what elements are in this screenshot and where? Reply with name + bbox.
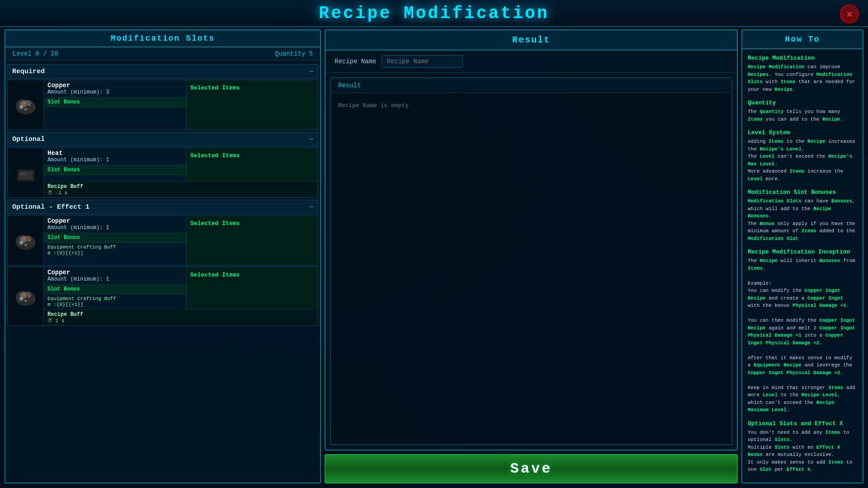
- slot-copper-effect1a-icon: [8, 216, 44, 265]
- optional-effect1-label: Optional - Effect 1: [12, 203, 90, 211]
- main-layout: Modification Slots Level 0 / 28 Quantity…: [5, 29, 863, 483]
- optional-collapse[interactable]: —: [309, 135, 313, 143]
- optional-label: Optional: [12, 136, 45, 143]
- slot-copper-effect1a-selected: Selected Items: [187, 216, 318, 265]
- recipe-name-row: Recipe Name: [326, 51, 737, 73]
- svg-point-22: [28, 239, 30, 241]
- slot-copper-required-amount: Amount (minimum): 3: [47, 89, 183, 95]
- slot-copper-required-name-area: Copper Amount (minimum): 3: [44, 80, 186, 98]
- slot-copper-effect1b-selected: Selected Items: [187, 267, 318, 309]
- slots-content: Required —: [5, 61, 320, 483]
- slot-copper-required-selected-label: Selected Items: [190, 84, 240, 91]
- how-to-section-text-5: You don't need to add any Items to optio…: [748, 429, 857, 474]
- svg-point-6: [24, 108, 27, 111]
- heat-icon: [13, 160, 38, 185]
- slot-copper-required-info: Copper Amount (minimum): 3 Slot Bonus: [44, 80, 187, 130]
- how-to-section-level: Level System Adding Items to the Recipe …: [748, 129, 857, 183]
- slot-heat-optional-name: Heat: [47, 150, 183, 157]
- slot-copper-effect1a-bonus-content: Equipment Crafting Buff ⚙ :{0}[{+1}]: [44, 243, 186, 265]
- save-button-label: Save: [510, 460, 552, 477]
- slot-copper-required-right: Copper Amount (minimum): 3 Slot Bonus Se…: [44, 80, 318, 130]
- slot-copper-effect1b-top: Copper Amount (minimum): 1 Slot Bonus Eq…: [44, 267, 318, 309]
- save-button[interactable]: Save: [325, 454, 738, 483]
- modification-slots-title-bar: Modification Slots: [5, 30, 320, 47]
- slot-copper-effect1a-bonus-header: Slot Bonus: [44, 233, 186, 243]
- slot-copper-effect1b-name-area: Copper Amount (minimum): 1: [44, 267, 186, 285]
- slot-copper-required-selected: Selected Items: [187, 80, 318, 130]
- svg-rect-13: [20, 173, 26, 175]
- svg-point-8: [28, 104, 30, 106]
- slot-copper-effect1a: Copper Amount (minimum): 1 Slot Bonus Eq…: [7, 215, 318, 266]
- slot-copper-effect1a-name: Copper: [47, 217, 183, 225]
- how-to-section-optional-effect: Optional Slots and Effect X You don't ne…: [748, 420, 857, 474]
- slot-heat-optional-buffs: Recipe Buff ⏱ -1 s: [44, 181, 318, 197]
- required-collapse[interactable]: —: [309, 67, 313, 75]
- slot-copper-effect1b-right: Copper Amount (minimum): 1 Slot Bonus Eq…: [44, 267, 318, 325]
- slot-copper-effect1a-name-area: Copper Amount (minimum): 1: [44, 216, 186, 233]
- how-to-section-title-4: Recipe Modification Inception: [748, 249, 857, 255]
- svg-point-20: [24, 244, 27, 246]
- slot-heat-optional-right: Heat Amount (minimum): 1 Slot Bonus Sele…: [44, 148, 318, 197]
- middle-panel: Result Recipe Name Result Recipe Name is…: [325, 29, 738, 483]
- recipe-name-input[interactable]: [382, 55, 463, 68]
- close-button[interactable]: ✕: [840, 5, 859, 23]
- svg-point-21: [24, 237, 26, 240]
- how-to-section-text-1: The Quantity tells you how many Items yo…: [748, 108, 857, 123]
- slot-copper-required: Copper Amount (minimum): 3 Slot Bonus Se…: [7, 80, 318, 130]
- slot-heat-optional-info: Heat Amount (minimum): 1 Slot Bonus: [44, 148, 187, 181]
- how-to-section-title-3: Modification Slot Bonuses: [748, 189, 857, 196]
- slot-copper-effect1b-buffs: Recipe Buff ⏱ 1 s: [44, 309, 318, 325]
- slot-copper-effect1b-bonus-content: Equipment Crafting Buff ⚙ :{0}[{+1}]: [44, 294, 186, 309]
- how-to-title: How To: [785, 35, 820, 44]
- page-title: Recipe Modification: [319, 4, 549, 23]
- optional-section-header: Optional —: [7, 132, 318, 146]
- svg-point-19: [19, 241, 23, 244]
- svg-point-7: [24, 102, 26, 104]
- slot-copper-effect1b-icon: [8, 267, 44, 325]
- how-to-section-title-5: Optional Slots and Effect X: [748, 420, 857, 427]
- how-to-section-text-4: The Recipe will inherit Bonuses from Ite…: [748, 257, 857, 414]
- slot-copper-effect1b-name: Copper: [47, 269, 183, 276]
- slot-copper-required-icon: [8, 80, 44, 130]
- slot-copper-effect1b-selected-label: Selected Items: [190, 272, 240, 278]
- slot-heat-optional: Heat Amount (minimum): 1 Slot Bonus Sele…: [7, 147, 318, 198]
- copper-icon-2: [12, 227, 39, 254]
- slot-copper-effect1b-info: Copper Amount (minimum): 1 Slot Bonus Eq…: [44, 267, 187, 309]
- slot-copper-effect1a-info: Copper Amount (minimum): 1 Slot Bonus Eq…: [44, 216, 187, 265]
- how-to-title-bar: How To: [742, 30, 863, 49]
- copper-icon: [12, 91, 39, 118]
- result-title-bar: Result: [326, 30, 737, 51]
- slot-heat-buff-value: ⏱ -1 s: [47, 190, 314, 196]
- copper-icon-3: [12, 283, 39, 310]
- panel-stats: Level 0 / 28 Quantity 5: [5, 47, 320, 61]
- close-icon: ✕: [846, 8, 852, 20]
- how-to-section-text-0: Recipe Modification can improve Recipes.…: [748, 63, 857, 93]
- slot-copper-effect1a-top: Copper Amount (minimum): 1 Slot Bonus Eq…: [44, 216, 318, 265]
- slot-copper-effect1b-amount: Amount (minimum): 1: [47, 276, 183, 282]
- slot-heat-buff-label: Recipe Buff: [47, 183, 314, 190]
- how-to-panel: How To Recipe Modification Recipe Modifi…: [741, 29, 863, 483]
- slot-heat-optional-bonus-content: [44, 175, 186, 181]
- result-panel: Result Recipe Name Result Recipe Name is…: [325, 29, 738, 450]
- slot-heat-optional-icon: [8, 148, 44, 197]
- result-title: Result: [512, 35, 550, 45]
- slot-copper-required-top: Copper Amount (minimum): 3 Slot Bonus Se…: [44, 80, 318, 130]
- svg-point-31: [28, 296, 30, 297]
- how-to-section-text-2: Adding Items to the Recipe increases the…: [748, 138, 857, 183]
- how-to-section-slot-bonuses: Modification Slot Bonuses Modification S…: [748, 189, 857, 242]
- slot-copper-effect1b-buff-value: ⏱ 1 s: [47, 318, 314, 324]
- slot-heat-optional-selected: Selected Items: [187, 148, 318, 181]
- slot-copper-required-bonus-content: [44, 107, 186, 130]
- modification-slots-panel: Modification Slots Level 0 / 28 Quantity…: [5, 29, 321, 483]
- required-label: Required: [12, 68, 45, 75]
- how-to-section-title-2: Level System: [748, 129, 857, 136]
- level-stat: Level 0 / 28: [13, 50, 58, 57]
- recipe-name-label: Recipe Name: [335, 58, 376, 65]
- optional-effect1-collapse[interactable]: —: [309, 203, 313, 211]
- slot-copper-required-name: Copper: [47, 82, 183, 89]
- svg-point-30: [24, 293, 26, 296]
- result-empty-text: Recipe Name is empty: [331, 93, 731, 118]
- how-to-section-title-0: Recipe Modification: [748, 55, 857, 61]
- slot-heat-optional-bonus-header: Slot Bonus: [44, 165, 186, 175]
- optional-effect1-section-header: Optional - Effect 1 —: [7, 200, 318, 214]
